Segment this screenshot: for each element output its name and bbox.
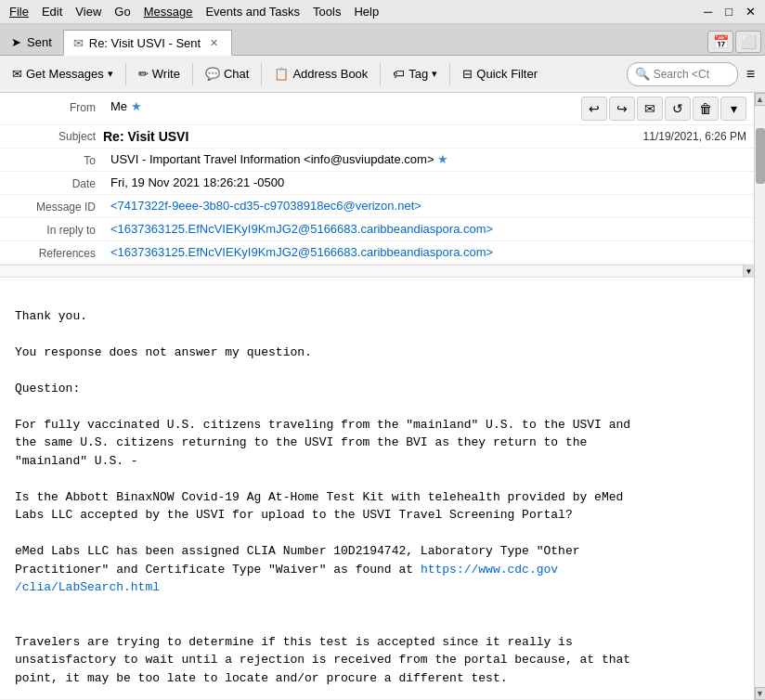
restore-button[interactable]: □ [720,3,738,20]
address-book-button[interactable]: 📋 Address Book [266,62,376,85]
menubar: File Edit View Go Message Events and Tas… [0,0,765,24]
quick-filter-icon: ⊟ [462,67,473,81]
menu-edit[interactable]: Edit [36,3,68,20]
to-label: To [7,152,96,167]
to-star-icon[interactable]: ★ [437,152,448,166]
sent-tab-label: Sent [27,35,52,49]
chat-label: Chat [224,67,249,81]
scroll-up-arrow[interactable]: ▲ [755,93,766,106]
close-button[interactable]: ✕ [740,3,761,20]
chat-button[interactable]: 💬 Chat [197,62,257,85]
message-id-row: Message ID <7417322f-9eee-3b80-cd35-c970… [0,195,754,218]
menu-file[interactable]: File [4,3,34,20]
menu-tools[interactable]: Tools [307,3,346,20]
message-id-link[interactable]: <7417322f-9eee-3b80-cd35-c97038918ec6@ve… [110,199,421,213]
menu-events[interactable]: Events and Tasks [200,3,305,20]
email-tab-icon: ✉ [73,36,84,50]
message-id-label: Message ID [7,199,96,214]
content-area: From Me ★ ↩ ↪ ✉ ↺ 🗑 ▾ [0,93,754,700]
delete-button[interactable]: 🗑 [693,97,719,121]
get-messages-icon: ✉ [12,67,22,81]
get-messages-button[interactable]: ✉ Get Messages ▾ [4,62,122,85]
to-row: To USVI - Important Travel Information <… [0,149,754,172]
search-input[interactable] [654,68,728,81]
junk-button[interactable]: ↺ [665,97,691,121]
search-box[interactable]: 🔍 [627,62,738,86]
in-reply-to-link[interactable]: <1637363125.EfNcVIEKyI9KmJG2@5166683.car… [110,222,493,236]
references-label: References [7,245,96,260]
from-star-icon[interactable]: ★ [131,99,142,113]
message-id-value: <7417322f-9eee-3b80-cd35-c97038918ec6@ve… [110,199,746,213]
references-row: References <1637363125.EfNcVIEKyI9KmJG2@… [0,241,754,265]
subject-row: Subject Re: Visit USVI 11/19/2021, 6:26 … [0,125,754,149]
menu-help[interactable]: Help [348,3,384,20]
main-scrollbar: ▲ ▼ [754,93,765,700]
write-icon: ✏ [138,67,149,81]
references-link[interactable]: <1637363125.EfNcVIEKyI9KmJG2@5166683.car… [110,245,493,259]
header-scroll-down[interactable]: ▼ [743,266,754,277]
tag-label: Tag [408,67,428,81]
tag-icon: 🏷 [393,67,405,81]
main-area: From Me ★ ↩ ↪ ✉ ↺ 🗑 ▾ [0,93,765,700]
address-book-label: Address Book [292,67,368,81]
email-action-buttons: ↩ ↪ ✉ ↺ 🗑 ▾ [581,97,746,121]
body-text: Thank you. You response does not answer … [15,309,630,577]
body-text-2: Travelers are trying to determine if thi… [15,635,630,685]
toolbar: ✉ Get Messages ▾ ✏ Write 💬 Chat 📋 Addres… [0,56,765,93]
tab-sent[interactable]: ➤ Sent [0,29,63,55]
in-reply-to-label: In reply to [7,222,96,237]
subject-label: Subject [7,130,96,143]
sent-tab-icon: ➤ [11,35,21,49]
date-value: Fri, 19 Nov 2021 18:26:21 -0500 [110,175,746,189]
to-value: USVI - Important Travel Information <inf… [110,152,746,166]
tab-active-email[interactable]: ✉ Re: Visit USVI - Sent ✕ [63,30,232,56]
date-label: Date [7,175,96,190]
search-icon: 🔍 [635,67,650,81]
from-label: From [7,99,96,114]
menu-view[interactable]: View [70,3,107,20]
email-timestamp: 11/19/2021, 6:26 PM [643,130,746,143]
quick-filter-label: Quick Filter [476,67,538,81]
email-body: Thank you. You response does not answer … [0,278,754,699]
scroll-down-arrow[interactable]: ▼ [755,687,766,700]
email-header: From Me ★ ↩ ↪ ✉ ↺ 🗑 ▾ [0,93,754,266]
reply-button[interactable]: ↩ [581,97,607,121]
more-actions-button[interactable]: ▾ [720,97,746,121]
write-label: Write [152,67,180,81]
menu-button[interactable]: ≡ [740,61,761,87]
in-reply-to-value: <1637363125.EfNcVIEKyI9KmJG2@5166683.car… [110,222,746,236]
tabbar: ➤ Sent ✉ Re: Visit USVI - Sent ✕ 📅 ⬜ [0,24,765,56]
forward-button[interactable]: ↪ [609,97,635,121]
address-book-icon: 📋 [274,67,289,81]
references-value: <1637363125.EfNcVIEKyI9KmJG2@5166683.car… [110,245,746,259]
tab-close-button[interactable]: ✕ [206,35,222,51]
in-reply-to-row: In reply to <1637363125.EfNcVIEKyI9KmJG2… [0,218,754,241]
tabs-icon-btn[interactable]: ⬜ [735,31,761,53]
calendar-icon-btn[interactable]: 📅 [707,31,733,53]
email-tab-label: Re: Visit USVI - Sent [89,36,201,50]
minimize-button[interactable]: ─ [698,3,718,20]
chat-icon: 💬 [205,67,220,81]
tag-dropdown-icon[interactable]: ▾ [432,68,437,80]
write-button[interactable]: ✏ Write [130,62,188,85]
menu-message[interactable]: Message [138,3,199,20]
get-messages-label: Get Messages [26,67,104,81]
scroll-thumb[interactable] [756,128,765,184]
menu-go[interactable]: Go [109,3,136,20]
tag-button[interactable]: 🏷 Tag ▾ [384,62,446,85]
from-value: Me ★ [110,99,581,113]
date-row: Date Fri, 19 Nov 2021 18:26:21 -0500 [0,172,754,195]
redirect-button[interactable]: ✉ [637,97,663,121]
get-messages-dropdown-icon[interactable]: ▾ [108,68,113,80]
subject-value: Re: Visit USVI [103,129,643,144]
quick-filter-button[interactable]: ⊟ Quick Filter [454,62,546,85]
